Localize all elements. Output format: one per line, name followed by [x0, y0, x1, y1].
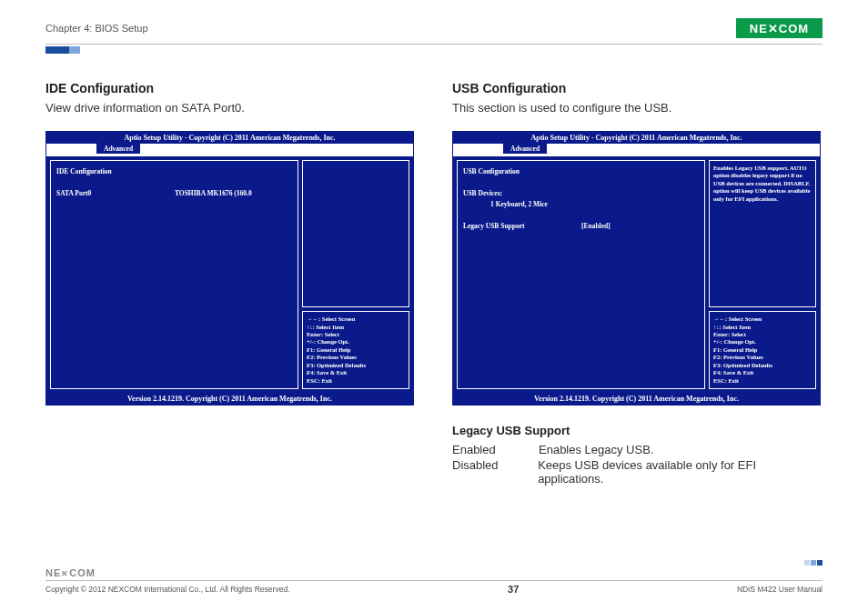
bios-tabs: Advanced	[453, 144, 820, 156]
left-column: IDE Configuration View drive information…	[45, 81, 416, 487]
page-number: 37	[508, 584, 519, 595]
accent-blocks	[45, 46, 823, 54]
def-term: Enabled	[452, 443, 539, 456]
bios-key-help: →←: Select Screen ↑↓: Select Item Enter:…	[709, 311, 816, 389]
bios-version-footer: Version 2.14.1219. Copyright (C) 2011 Am…	[453, 393, 820, 405]
header-rule	[45, 44, 823, 45]
usb-config-title: USB Configuration	[452, 81, 823, 95]
bios-key-help: →←: Select Screen ↑↓: Select Item Enter:…	[302, 311, 409, 389]
usb-config-desc: This section is used to configure the US…	[452, 101, 823, 115]
usb-devices-label: USB Devices:	[463, 188, 699, 199]
bios-tab-advanced[interactable]: Advanced	[503, 144, 547, 154]
def-desc: Keeps USB devices available only for EFI…	[538, 458, 823, 486]
legacy-usb-value: [Enabled]	[581, 221, 611, 232]
usb-devices-value: 1 Keyboard, 2 Mice	[463, 199, 699, 210]
bios-main-pane: USB Configuration USB Devices: 1 Keyboar…	[457, 160, 705, 389]
brand-logo: NE✕COM	[736, 18, 823, 38]
right-column: USB Configuration This section is used t…	[452, 81, 823, 487]
def-desc: Enables Legacy USB.	[539, 443, 653, 456]
bios-setting-row[interactable]: SATA Port0 TOSHIBA MK1676 (160.0	[56, 188, 292, 199]
chapter-label: Chapter 4: BIOS Setup	[45, 23, 148, 34]
bios-main-pane: IDE Configuration SATA Port0 TOSHIBA MK1…	[50, 160, 298, 389]
footer-logo-text: NE✕COM	[45, 567, 823, 578]
page-footer: NE✕COM Copyright © 2012 NEXCOM Internati…	[45, 567, 823, 595]
legacy-usb-label: Legacy USB Support	[463, 221, 581, 232]
footer-copyright: Copyright © 2012 NEXCOM International Co…	[45, 585, 289, 594]
bios-tabs: Advanced	[46, 144, 413, 156]
ide-config-desc: View drive information on SATA Port0.	[45, 101, 416, 115]
def-term: Disabled	[452, 458, 538, 486]
content-columns: IDE Configuration View drive information…	[45, 81, 823, 487]
page-header: Chapter 4: BIOS Setup NE✕COM	[45, 18, 823, 44]
footer-accent-blocks	[804, 560, 823, 566]
bios-section-heading: IDE Configuration	[56, 166, 292, 177]
bios-titlebar: Aptio Setup Utility - Copyright (C) 2011…	[453, 132, 820, 144]
bios-section-heading: USB Configuration	[463, 166, 699, 177]
bios-help-pane: Enables Legacy USB support. AUTO option …	[709, 160, 816, 307]
ide-config-title: IDE Configuration	[45, 81, 416, 95]
bios-panel-usb: Aptio Setup Utility - Copyright (C) 2011…	[452, 131, 821, 406]
sata-port-label: SATA Port0	[56, 188, 175, 199]
logo-text: NE✕COM	[750, 22, 809, 35]
bios-panel-ide: Aptio Setup Utility - Copyright (C) 2011…	[45, 131, 414, 406]
bios-setting-row[interactable]: Legacy USB Support [Enabled]	[463, 221, 699, 232]
sata-port-value: TOSHIBA MK1676 (160.0	[175, 188, 252, 199]
bios-help-pane	[302, 160, 409, 307]
bios-tab-advanced[interactable]: Advanced	[96, 144, 140, 154]
bios-version-footer: Version 2.14.1219. Copyright (C) 2011 Am…	[46, 393, 413, 405]
definition-row: Enabled Enables Legacy USB.	[452, 443, 823, 456]
footer-rule	[45, 580, 823, 581]
footer-manual-name: NDiS M422 User Manual	[737, 585, 823, 594]
bios-titlebar: Aptio Setup Utility - Copyright (C) 2011…	[46, 132, 413, 144]
definition-row: Disabled Keeps USB devices available onl…	[452, 458, 823, 486]
legacy-usb-subtitle: Legacy USB Support	[452, 424, 823, 437]
